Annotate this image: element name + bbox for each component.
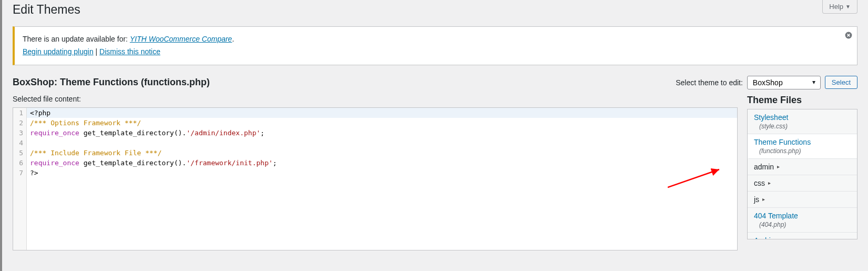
notice-period: . (232, 35, 234, 43)
selected-file-label: Selected file content: (13, 95, 738, 103)
file-item-stylesheet[interactable]: Stylesheet (style.css) (748, 109, 857, 134)
file-label: Theme Functions (754, 138, 811, 146)
chevron-right-icon: ▸ (762, 196, 765, 202)
line-number: 1 (16, 108, 23, 118)
plugin-update-link[interactable]: YITH WooCommerce Compare (130, 35, 232, 43)
current-file-title: BoxShop: Theme Functions (functions.php) (13, 77, 210, 88)
close-icon (844, 32, 853, 41)
theme-files-tree[interactable]: Stylesheet (style.css) Theme Functions (… (747, 109, 857, 239)
notice-separator: | (94, 47, 99, 56)
code-line (30, 138, 734, 148)
line-number: 2 (16, 118, 23, 128)
code-editor[interactable]: 1 2 3 4 5 6 7 <?php /*** Options Framewo… (13, 107, 738, 250)
chevron-right-icon: ▸ (777, 164, 780, 169)
theme-selector-group: Select theme to edit: BoxShop Select (676, 76, 857, 89)
help-label: Help (829, 3, 843, 11)
folder-label: js (754, 195, 759, 204)
chevron-down-icon: ▼ (845, 4, 851, 9)
code-line: /*** Options Framework ***/ (30, 118, 734, 128)
dismiss-notice-link[interactable]: Dismiss this notice (99, 47, 160, 56)
line-number: 4 (16, 138, 23, 148)
code-line: /*** Include Framework File ***/ (30, 148, 734, 158)
notice-text: There is an update available for: (23, 35, 130, 43)
file-item-functions[interactable]: Theme Functions (functions.php) (747, 134, 857, 159)
page-title: Edit Themes (13, 0, 857, 19)
file-item-404[interactable]: 404 Template (404.php) (748, 208, 857, 233)
folder-css[interactable]: css ▸ (748, 175, 857, 192)
dismiss-notice-button[interactable] (844, 31, 853, 42)
line-number: 6 (16, 158, 23, 168)
select-theme-button[interactable]: Select (825, 76, 857, 89)
file-item-archives[interactable]: Archives (748, 233, 857, 239)
file-label: Archives (754, 236, 782, 239)
theme-files-heading: Theme Files (747, 95, 857, 106)
line-number: 7 (16, 168, 23, 178)
code-line: require_once get_template_directory().'/… (30, 158, 734, 168)
theme-select-label: Select theme to edit: (676, 78, 743, 87)
file-label: Stylesheet (754, 113, 788, 122)
code-content[interactable]: <?php /*** Options Framework ***/ requir… (27, 108, 737, 250)
folder-label: admin (754, 163, 774, 171)
file-label: 404 Template (754, 212, 798, 220)
chevron-right-icon: ▸ (768, 180, 771, 186)
file-name: (style.css) (754, 123, 851, 130)
folder-admin[interactable]: admin ▸ (748, 159, 857, 175)
theme-select[interactable]: BoxShop (747, 76, 821, 89)
begin-updating-link[interactable]: Begin updating plugin (23, 47, 94, 56)
file-name: (functions.php) (754, 147, 851, 155)
help-tab[interactable]: Help ▼ (822, 0, 857, 14)
update-notice: There is an update available for: YITH W… (13, 26, 857, 65)
folder-label: css (754, 179, 765, 187)
code-line: require_once get_template_directory().'/… (30, 128, 734, 138)
line-number: 5 (16, 148, 23, 158)
file-name: (404.php) (754, 221, 851, 228)
code-line: <?php (27, 108, 737, 118)
line-gutter: 1 2 3 4 5 6 7 (13, 108, 27, 250)
code-line: ?> (30, 168, 734, 178)
folder-js[interactable]: js ▸ (748, 192, 857, 208)
line-number: 3 (16, 128, 23, 138)
